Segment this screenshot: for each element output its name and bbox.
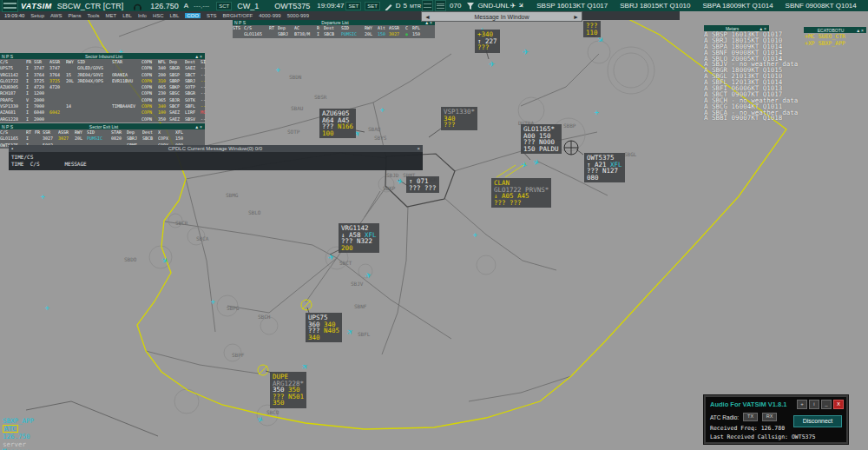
datablock-ups75[interactable]: UPS75360 340??? N405340 [306, 313, 342, 342]
menu-item-plans[interactable]: Plans [69, 13, 82, 18]
set-button-1[interactable]: SET [345, 2, 361, 10]
level-band-button[interactable] [435, 0, 446, 11]
datablock-north-track[interactable]: +340↑ 227??? [475, 30, 500, 53]
selected-aircraft-callsign[interactable]: OWT5375 [274, 2, 310, 10]
sector-inbound-list-panel[interactable]: N P SSector Inbound List▲×C/SFRSSRASSRRW… [0, 53, 205, 122]
titlebar-metar-item[interactable]: SBSP 16013KT Q1017 [536, 2, 608, 10]
datablock-mid-track[interactable]: ↑ 071??? ??? [406, 176, 439, 193]
profile-name[interactable]: CW_1 [237, 2, 259, 10]
message-window-combo[interactable]: ◄ Message In Window ► [421, 11, 582, 22]
menu-item-brght-off[interactable]: BRGHT/OFF [223, 13, 253, 18]
cpdlc-message-window[interactable]: ▪ CPDLC Current Message Window(0) 0/0 × … [9, 145, 423, 170]
cpdlc-filter-row[interactable]: TIME/CS [11, 154, 420, 161]
metar-line[interactable]: A SBBI 09007KT Q1018 [704, 116, 798, 122]
menu-item-coo[interactable]: COO [185, 13, 201, 18]
combo-right-arrow-icon[interactable]: ► [573, 14, 579, 20]
menu-item-tools[interactable]: Tools [88, 13, 100, 18]
inbound-list-icons[interactable]: ▲× [194, 54, 203, 59]
chat-channel-sbxp-app[interactable]: SBXP_APP [3, 418, 34, 425]
aircraft-target-icon[interactable]: ✈ [520, 161, 529, 170]
departure-list-titlebar[interactable]: N P SDeparture List▲× [233, 19, 435, 25]
pencil-icon[interactable] [385, 2, 393, 10]
voice-mode[interactable]: A [184, 2, 188, 10]
cpdlc-titlebar[interactable]: ▪ CPDLC Current Message Window(0) 0/0 × [9, 145, 423, 152]
sct-button[interactable]: SCT [216, 2, 232, 10]
last-received-callsign-text: Last Received Callsign: OWT5375 [706, 433, 846, 441]
audio-plus-button[interactable]: + [797, 400, 807, 409]
departure-list-row[interactable]: GLO1165SBRJB738/MISBCBPUMSIC20L1503027●1… [233, 31, 435, 37]
inbound-list-config-buttons[interactable]: N P S [2, 54, 13, 59]
aircraft-target-icon[interactable]: ✈ [396, 177, 404, 186]
exit-list-row[interactable]: GLO1165I3027302720LPUMSIC0820SBRJSBCBCOP… [0, 136, 205, 142]
aircraft-target-icon[interactable]: ✈ [327, 253, 336, 262]
inbound-list-row[interactable]: AZA681I60406042COPN100SAEZLIRFMC [0, 109, 205, 116]
audio-info-button[interactable]: i [809, 400, 819, 409]
menu-item-4000-999[interactable]: 4000-999 [259, 13, 280, 18]
cpdlc-close-icon[interactable]: × [417, 145, 420, 152]
inbound-list-row[interactable]: AZU6905I47204720COPN065SBKPSOTP-- [0, 84, 205, 90]
titlebar-metar-item[interactable]: SBPA 18009KT Q1014 [703, 2, 773, 10]
combo-left-arrow-icon[interactable]: ◄ [424, 14, 431, 20]
disconnect-button[interactable]: Disconnect [793, 415, 842, 427]
set-button-2[interactable]: SET [365, 2, 380, 10]
secondary-frequency[interactable]: ---,--- [194, 2, 209, 10]
datablock-glo1165[interactable]: GLO1165*A00 150??? N000150 PALDU [521, 124, 562, 154]
inbound-list-row[interactable]: PRAFGV2000COPN065SBJRSOTK-- [0, 97, 205, 103]
window-titlebar[interactable]: VATSIM SBCW_CTR [CTR] 126.750 A ---,--- … [0, 0, 868, 11]
controller-list-panel[interactable]: ECATOBOTU ▲× [804, 27, 866, 33]
titlebar-metar-item[interactable]: SBNF 09008KT Q1014 [786, 2, 857, 10]
history-dots-button[interactable] [422, 0, 433, 11]
altitude-band[interactable]: GND-UNL [477, 2, 509, 10]
controller-entry[interactable]: +XP SBXP_APP [805, 41, 845, 48]
funnel-icon[interactable] [466, 2, 475, 10]
exit-list-icons[interactable]: ▲× [194, 124, 203, 129]
menu-item-sts[interactable]: STS [207, 13, 217, 18]
inbound-list-row[interactable]: GLO1722I3725372520LJRE04X/OPSEVR11BVUCOP… [0, 78, 205, 84]
inbound-list-titlebar[interactable]: N P SSector Inbound List▲× [0, 53, 205, 59]
menu-item-lbl[interactable]: LBL [122, 13, 132, 18]
audio-minimize-button[interactable]: _ [821, 400, 832, 409]
departure-plane-icon[interactable]: ✈ [510, 2, 516, 10]
tx-button[interactable]: TX [743, 413, 758, 421]
menu-item-5000-999[interactable]: 5000-999 [287, 13, 309, 18]
station-callsign[interactable]: SBCW_CTR [CTR] [57, 2, 124, 10]
menu-item-aws[interactable]: AWS [50, 13, 62, 18]
audio-close-button[interactable]: X [833, 400, 844, 409]
waypoint-cross-icon: + [473, 233, 477, 238]
chat-channel-atc[interactable]: ATC [3, 425, 18, 433]
datablock-ne-track[interactable]: ???110 [583, 21, 601, 37]
inbound-list-row[interactable]: ARG1228I2000COPN350SAEZSBSV-- [0, 116, 205, 122]
menu-item-info[interactable]: Info [138, 13, 147, 18]
menu-item-hsc[interactable]: HSC [153, 13, 164, 18]
inbound-list-row[interactable]: RCH187I1200COPN230SBSCSBGR-- [0, 90, 205, 96]
departure-list-panel[interactable]: N P SDeparture List▲×STSC/SRTDepACRDestS… [233, 19, 435, 38]
controller-list-icons[interactable]: ▲× [856, 28, 865, 33]
exit-list-titlebar[interactable]: N P SSector Exit List▲× [0, 123, 205, 129]
exit-list-config-buttons[interactable]: N P S [2, 124, 13, 129]
audio-for-vatsim-window[interactable]: Audio For VATSIM V1.8.1 +i_X ATC Radio: … [704, 395, 848, 444]
rx-button[interactable]: RX [762, 413, 777, 421]
datablock-arg1228[interactable]: DUPEARG1228*350 350??? N501350 [270, 372, 306, 408]
departure-list-config-buttons[interactable]: N P S [234, 20, 246, 25]
datablock-owt5375[interactable]: OWT5375↑ A21 XFL??? N127080 [584, 153, 625, 182]
menu-item-met[interactable]: MET [106, 13, 117, 18]
filter-altitude[interactable]: 070 [450, 2, 461, 10]
arrival-plane-icon[interactable]: ✈ [516, 1, 525, 10]
inbound-list-row[interactable]: VRG1142I3764376415JRE04/SOVIORANIACOPN20… [0, 72, 205, 78]
range-value[interactable]: 5 [404, 2, 407, 10]
titlebar-metar-item[interactable]: SBRJ 18015KT Q1010 [620, 2, 690, 10]
primary-frequency[interactable]: 126.750 [150, 2, 179, 10]
datablock-azu6905[interactable]: AZU6905A64 A45??? N166100 [319, 109, 356, 138]
inbound-list-row[interactable]: VSP1330I700014TIMBA4AEVCOPN340SBCFSBFL-- [0, 103, 205, 109]
d-toggle[interactable]: D [396, 2, 401, 10]
inbound-list-row[interactable]: UPS75I37473747GOLED/GOVSCOPN340SBGRSAEZ-… [0, 65, 205, 71]
datablock-glo1722[interactable]: CLANGLO1722 PRVNS*↓ A05 A45??? ??? [491, 178, 551, 208]
combo-label: Message In Window [474, 14, 529, 20]
menu-item-lbl[interactable]: LBL [170, 13, 180, 18]
datablock-vrg1142[interactable]: VRG1142↓ A58 XFL??? N322200 [339, 223, 379, 253]
aircraft-target-icon[interactable]: ✈ [523, 49, 529, 56]
datablock-vsp1330[interactable]: VSP1330*340??? [441, 107, 477, 130]
aircraft-target-icon[interactable]: ✈ [489, 61, 496, 69]
menu-item-setup[interactable]: Setup [30, 13, 44, 18]
unit-label[interactable]: MTR [410, 3, 421, 9]
